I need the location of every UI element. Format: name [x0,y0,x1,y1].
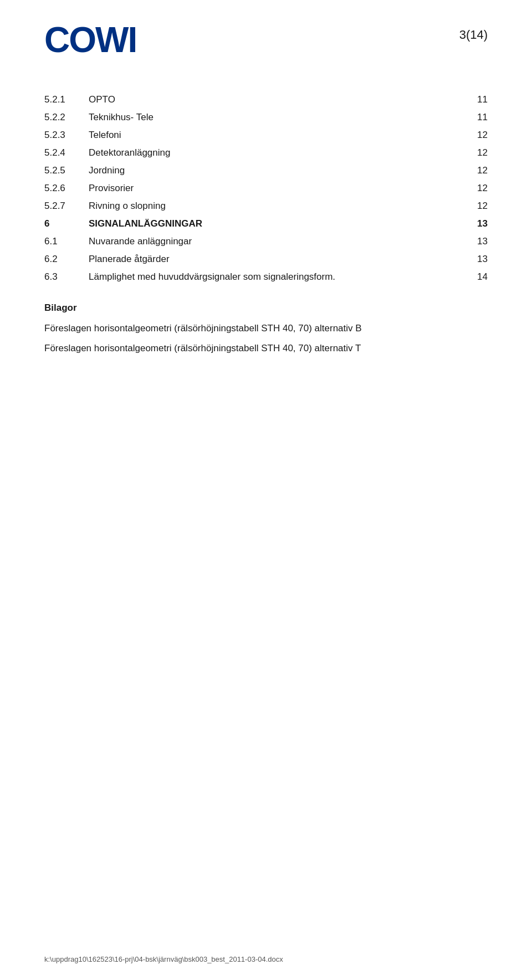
toc-label: Telefoni [89,126,454,144]
toc-label: Provisorier [89,179,454,197]
toc-row: 5.2.6Provisorier12 [44,179,488,197]
bilagor-item: Föreslagen horisontalgeometri (rälsörhöj… [44,321,488,336]
toc-row: 6.1Nuvarande anläggningar13 [44,233,488,250]
toc-number: 5.2.1 [44,91,89,109]
logo-i: I [127,20,136,60]
toc-number: 5.2.3 [44,126,89,144]
toc-number: 6.1 [44,233,89,250]
toc-row: 5.2.3Telefoni12 [44,126,488,144]
toc-number: 5.2.4 [44,144,89,162]
toc-label: Nuvarande anläggningar [89,233,454,250]
toc-row: 5.2.7Rivning o slopning12 [44,197,488,215]
toc-page: 11 [454,109,488,126]
toc-number: 5.2.5 [44,162,89,179]
toc-number: 5.2.2 [44,109,89,126]
toc-label: SIGNALANLÄGGNINGAR [89,215,454,233]
toc-page: 11 [454,91,488,109]
toc-table: 5.2.1OPTO115.2.2Teknikhus- Tele115.2.3Te… [44,91,488,286]
bilagor-item: Föreslagen horisontalgeometri (rälsörhöj… [44,341,488,356]
toc-row: 5.2.1OPTO11 [44,91,488,109]
toc-label: OPTO [89,91,454,109]
toc-page: 13 [454,233,488,250]
logo-o: O [69,20,95,60]
bilagor-title: Bilagor [44,302,488,314]
toc-page: 12 [454,162,488,179]
toc-number: 5.2.7 [44,197,89,215]
toc-label: Planerade åtgärder [89,250,454,268]
toc-number: 6.3 [44,268,89,286]
company-logo: COWI [44,22,136,58]
page-header: COWI 3(14) [44,22,488,58]
toc-page: 12 [454,179,488,197]
toc-row: 6.2Planerade åtgärder13 [44,250,488,268]
page-number: 3(14) [459,28,488,42]
toc-page: 14 [454,268,488,286]
toc-page: 13 [454,250,488,268]
toc-label: Teknikhus- Tele [89,109,454,126]
toc-page: 13 [454,215,488,233]
toc-label: Rivning o slopning [89,197,454,215]
logo-w: W [95,20,127,60]
toc-row: 6SIGNALANLÄGGNINGAR13 [44,215,488,233]
toc-page: 12 [454,144,488,162]
toc-page: 12 [454,126,488,144]
toc-label: Lämplighet med huvuddvärgsignaler som si… [89,268,454,286]
toc-row: 5.2.2Teknikhus- Tele11 [44,109,488,126]
page-container: COWI 3(14) 5.2.1OPTO115.2.2Teknikhus- Te… [0,0,532,980]
footer-path: k:\uppdrag10\162523\16-prj\04-bsk\järnvä… [44,955,283,963]
toc-page: 12 [454,197,488,215]
toc-number: 6.2 [44,250,89,268]
toc-row: 6.3Lämplighet med huvuddvärgsignaler som… [44,268,488,286]
bilagor-section: BilagorFöreslagen horisontalgeometri (rä… [44,302,488,355]
logo-c: C [44,20,69,60]
toc-row: 5.2.4Detektoranläggning12 [44,144,488,162]
toc-number: 6 [44,215,89,233]
toc-row: 5.2.5Jordning12 [44,162,488,179]
toc-number: 5.2.6 [44,179,89,197]
toc-label: Jordning [89,162,454,179]
page-footer: k:\uppdrag10\162523\16-prj\04-bsk\järnvä… [44,955,488,963]
toc-label: Detektoranläggning [89,144,454,162]
logo-area: COWI [44,22,136,58]
